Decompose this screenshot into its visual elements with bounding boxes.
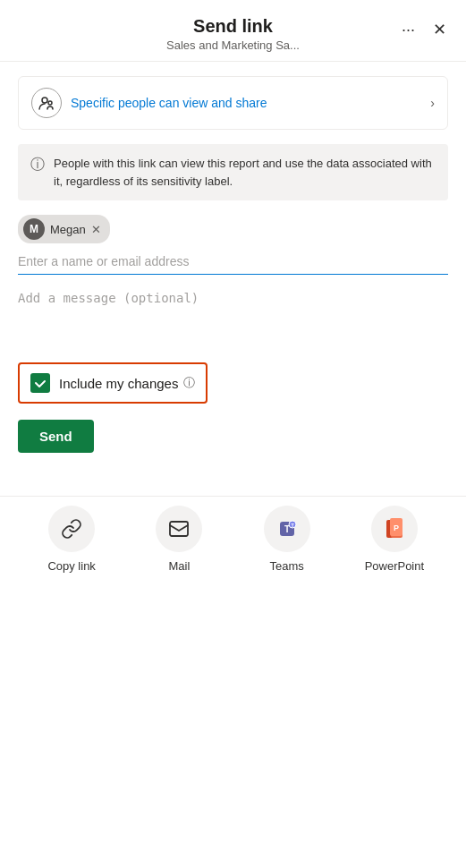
mail-option[interactable]: Mail	[143, 506, 215, 573]
share-options-bar: Copy link Mail T T Teams	[0, 496, 466, 600]
dialog-title: Send link	[193, 16, 273, 37]
recipient-tag: M Megan ✕	[18, 215, 110, 243]
svg-point-1	[48, 101, 52, 105]
chevron-right-icon: ›	[430, 96, 435, 110]
permissions-icon	[31, 88, 62, 118]
info-text: People with this link can view this repo…	[54, 155, 436, 190]
header-actions: ··· ✕	[396, 16, 452, 43]
dialog-subtitle: Sales and Marketing Sa...	[166, 38, 300, 52]
permissions-left: Specific people can view and share	[31, 88, 267, 118]
mail-icon	[156, 506, 202, 552]
mail-label: Mail	[168, 559, 190, 573]
permissions-text: Specific people can view and share	[71, 96, 267, 110]
info-box: ⓘ People with this link can view this re…	[18, 144, 448, 200]
svg-point-0	[42, 98, 47, 103]
main-content: Specific people can view and share › ⓘ P…	[0, 62, 466, 489]
copy-link-option[interactable]: Copy link	[36, 506, 107, 573]
more-options-button[interactable]: ···	[396, 17, 420, 43]
powerpoint-option[interactable]: P PowerPoint	[359, 506, 430, 573]
dialog-header: Send link Sales and Marketing Sa... ··· …	[0, 0, 466, 62]
checkbox-info-icon: ⓘ	[183, 375, 195, 391]
svg-rect-2	[170, 522, 188, 536]
powerpoint-label: PowerPoint	[365, 559, 424, 573]
permissions-selector[interactable]: Specific people can view and share ›	[18, 76, 448, 130]
include-changes-label: Include my changes ⓘ	[59, 375, 195, 391]
include-changes-checkbox[interactable]	[30, 373, 50, 393]
powerpoint-icon: P	[371, 506, 418, 552]
recipients-row: M Megan ✕	[18, 215, 448, 243]
send-button[interactable]: Send	[18, 420, 94, 453]
recipient-avatar: M	[23, 218, 45, 240]
message-input[interactable]	[18, 287, 448, 359]
copy-link-icon	[48, 506, 95, 552]
svg-text:P: P	[394, 523, 399, 532]
name-email-input[interactable]	[18, 252, 448, 270]
close-button[interactable]: ✕	[428, 16, 452, 43]
teams-option[interactable]: T T Teams	[251, 506, 323, 573]
copy-link-label: Copy link	[47, 559, 95, 573]
include-changes-row[interactable]: Include my changes ⓘ	[18, 362, 208, 404]
info-icon: ⓘ	[30, 156, 45, 190]
svg-text:T: T	[291, 523, 294, 528]
name-input-wrapper	[18, 252, 448, 275]
recipient-remove-button[interactable]: ✕	[91, 224, 101, 235]
teams-icon: T T	[264, 506, 310, 552]
teams-label: Teams	[269, 559, 303, 573]
recipient-name: Megan	[50, 223, 86, 236]
